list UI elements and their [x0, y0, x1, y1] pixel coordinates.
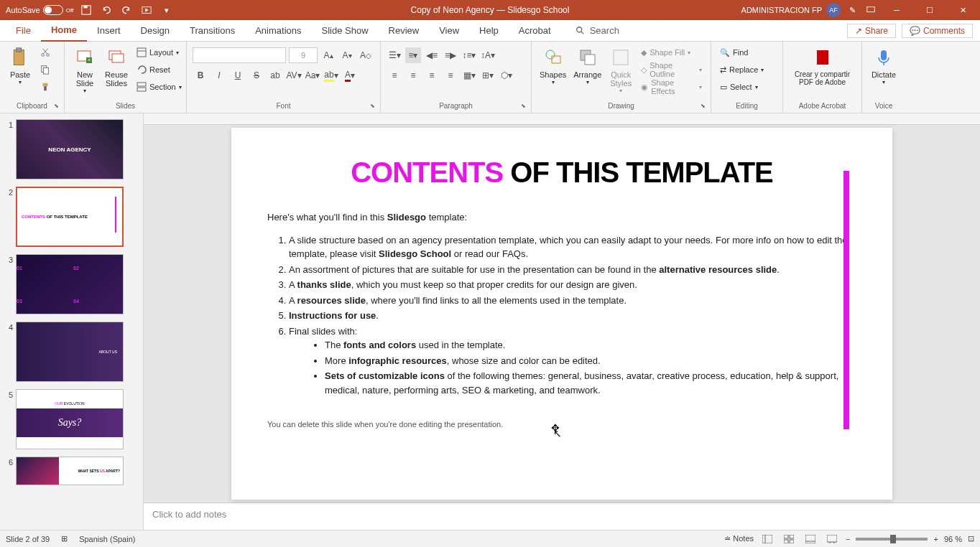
zoom-level[interactable]: 96 %	[944, 535, 962, 543]
char-spacing-button[interactable]: AV▾	[286, 67, 302, 83]
zoom-out-button[interactable]: −	[846, 535, 850, 543]
qat-more-icon[interactable]: ▾	[160, 3, 174, 17]
decrease-font-button[interactable]: A▾	[339, 47, 355, 63]
slide-thumbnail-6[interactable]: WHAT SETS US APART?	[16, 457, 124, 485]
shape-effects-button[interactable]: ◉Shape Effects▾	[638, 79, 705, 95]
quick-styles-button[interactable]: Quick Styles▾	[606, 45, 635, 95]
align-left-button[interactable]: ≡	[387, 67, 402, 83]
align-right-button[interactable]: ≡	[424, 67, 440, 83]
paragraph-launcher[interactable]: ⬊	[521, 103, 530, 111]
select-button[interactable]: ▭Select▾	[717, 79, 767, 95]
decrease-indent-button[interactable]: ◀≡	[424, 47, 440, 63]
close-button[interactable]: ✕	[948, 0, 977, 20]
user-avatar[interactable]: AF	[826, 3, 841, 17]
tell-me-search[interactable]: Search	[575, 25, 619, 36]
increase-font-button[interactable]: A▴	[320, 47, 336, 63]
language-status[interactable]: Spanish (Spain)	[79, 535, 135, 543]
coming-soon-icon[interactable]: ✎	[845, 3, 859, 17]
underline-button[interactable]: U	[230, 67, 246, 83]
change-case-button[interactable]: Aa▾	[305, 67, 320, 83]
reset-button[interactable]: Reset	[134, 62, 185, 78]
save-icon[interactable]	[79, 3, 93, 17]
tab-animations[interactable]: Animations	[245, 20, 311, 42]
shape-outline-button[interactable]: ◇Shape Outline▾	[638, 62, 705, 78]
font-launcher[interactable]: ⬊	[370, 103, 379, 111]
shadow-button[interactable]: ab	[267, 67, 283, 83]
horizontal-ruler[interactable]	[144, 113, 980, 125]
tab-design[interactable]: Design	[131, 20, 180, 42]
section-button[interactable]: Section▾	[134, 79, 185, 95]
slide-thumbnail-5[interactable]: OUR EVOLUTIONSays?	[16, 389, 124, 449]
columns-button[interactable]: ▦▾	[461, 67, 477, 83]
comments-button[interactable]: 💬Comments	[902, 24, 973, 38]
increase-indent-button[interactable]: ≡▶	[443, 47, 458, 63]
reading-view-button[interactable]	[803, 533, 818, 546]
slide-counter[interactable]: Slide 2 of 39	[6, 535, 50, 543]
tab-home[interactable]: Home	[41, 20, 87, 42]
clear-formatting-button[interactable]: A◇	[358, 47, 374, 63]
display-options-icon[interactable]	[864, 3, 878, 17]
cut-button[interactable]	[37, 45, 53, 60]
clipboard-launcher[interactable]: ⬊	[54, 103, 63, 111]
font-size-input[interactable]: 9	[289, 47, 318, 63]
adobe-pdf-button[interactable]: Crear y compartir PDF de Adobe	[792, 45, 853, 88]
slide-thumbnail-3[interactable]: 01020304	[16, 254, 124, 314]
replace-button[interactable]: ⇄Replace▾	[717, 62, 767, 78]
normal-view-button[interactable]	[759, 533, 775, 546]
slideshow-view-button[interactable]	[824, 533, 840, 546]
sorter-view-button[interactable]	[781, 533, 797, 546]
tab-insert[interactable]: Insert	[87, 20, 131, 42]
slideshow-start-icon[interactable]	[139, 3, 154, 17]
reuse-slides-button[interactable]: Reuse Slides	[102, 45, 131, 89]
share-button[interactable]: ↗Share	[847, 24, 896, 38]
new-slide-button[interactable]: + New Slide▾	[70, 45, 99, 95]
copy-button[interactable]	[37, 62, 53, 78]
fit-to-window-button[interactable]: ⊡	[968, 534, 974, 543]
paste-button[interactable]: Paste▾	[6, 45, 34, 87]
line-spacing-button[interactable]: ↕≡▾	[461, 47, 477, 63]
justify-button[interactable]: ≡	[443, 67, 458, 83]
highlight-button[interactable]: ab▾	[323, 67, 339, 83]
drawing-launcher[interactable]: ⬊	[701, 103, 709, 111]
tab-transitions[interactable]: Transitions	[180, 20, 245, 42]
italic-button[interactable]: I	[211, 67, 227, 83]
align-center-button[interactable]: ≡	[405, 67, 421, 83]
find-button[interactable]: 🔍Find	[717, 45, 767, 60]
layout-button[interactable]: Layout▾	[134, 45, 185, 60]
format-painter-button[interactable]	[37, 79, 53, 95]
shape-fill-button[interactable]: ◆Shape Fill▾	[638, 45, 705, 60]
undo-icon[interactable]	[99, 3, 114, 17]
maximize-button[interactable]: ☐	[915, 0, 944, 20]
bold-button[interactable]: B	[193, 67, 208, 83]
accessibility-icon[interactable]: ⊞	[61, 534, 68, 543]
zoom-in-button[interactable]: +	[933, 535, 938, 543]
slide-canvas-area[interactable]: CONTENTS OF THIS TEMPLATE Here's what yo…	[144, 125, 980, 502]
font-color-button[interactable]: A▾	[342, 67, 358, 83]
shapes-button[interactable]: Shapes▾	[537, 45, 568, 87]
redo-icon[interactable]	[119, 3, 134, 17]
dictate-button[interactable]: Dictate▾	[869, 45, 899, 87]
align-text-button[interactable]: ⊞▾	[480, 67, 496, 83]
tab-review[interactable]: Review	[379, 20, 430, 42]
smartart-button[interactable]: ⬡▾	[499, 67, 514, 83]
font-name-input[interactable]	[193, 47, 286, 63]
notes-pane[interactable]: Click to add notes	[144, 502, 980, 530]
slide-thumbnail-2[interactable]: CONTENTS OF THIS TEMPLATE	[16, 187, 124, 247]
slide-thumbnail-panel[interactable]: 1 NEON AGENCY 2 CONTENTS OF THIS TEMPLAT…	[0, 113, 144, 530]
tab-file[interactable]: File	[6, 20, 41, 42]
slide-body[interactable]: Here's what you'll find in this Slidesgo…	[267, 210, 856, 431]
slide-title[interactable]: CONTENTS OF THIS TEMPLATE	[267, 156, 856, 189]
zoom-slider[interactable]	[856, 538, 928, 541]
tab-slideshow[interactable]: Slide Show	[311, 20, 378, 42]
minimize-button[interactable]: ─	[882, 0, 911, 20]
text-direction-button[interactable]: ↕A▾	[480, 47, 496, 63]
tab-view[interactable]: View	[429, 20, 469, 42]
strikethrough-button[interactable]: S	[249, 67, 264, 83]
slide-canvas[interactable]: CONTENTS OF THIS TEMPLATE Here's what yo…	[231, 128, 892, 500]
tab-acrobat[interactable]: Acrobat	[509, 20, 561, 42]
slide-thumbnail-1[interactable]: NEON AGENCY	[16, 119, 124, 179]
slide-thumbnail-4[interactable]: ABOUT US	[16, 322, 124, 382]
numbering-button[interactable]: ≡▾	[405, 47, 421, 63]
tab-help[interactable]: Help	[469, 20, 509, 42]
notes-toggle[interactable]: ≐ Notes	[724, 534, 754, 543]
